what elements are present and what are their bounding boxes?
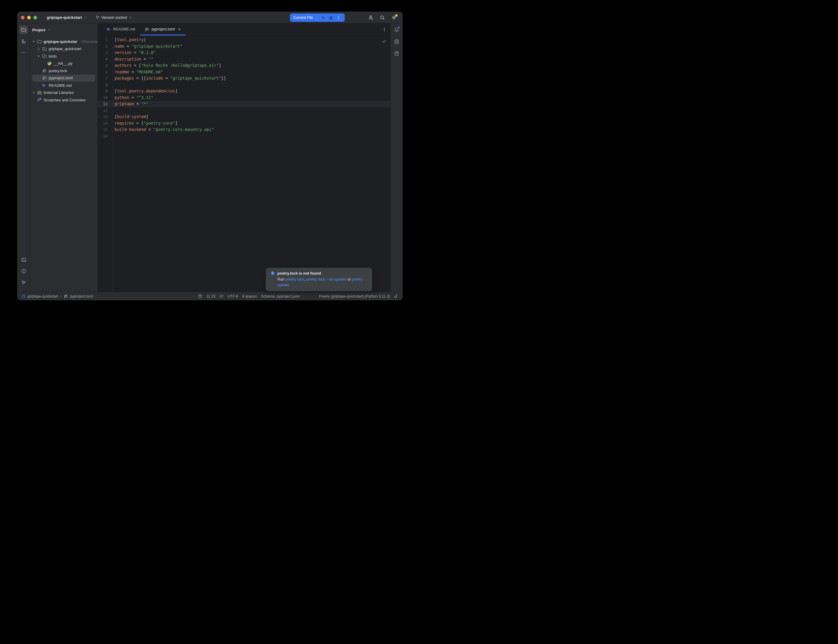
- code-token: [: [141, 121, 143, 125]
- tool-stripe-structure-button[interactable]: [20, 37, 28, 45]
- tree-row--init-py[interactable]: __init__.py: [30, 60, 97, 67]
- tree-item-path: ~/Docume: [80, 39, 97, 44]
- code-token: ]: [219, 63, 221, 68]
- tree-row-pyproject-toml[interactable]: [T]pyproject.toml: [32, 74, 95, 82]
- code-line-2[interactable]: name = "griptape-quickstart": [113, 43, 390, 50]
- notification-action-link[interactable]: poetry lock --no-update: [307, 277, 347, 281]
- tree-row-external-libraries[interactable]: External Libraries: [30, 89, 97, 97]
- chevron-down-icon[interactable]: [31, 39, 36, 44]
- tab-pyproject[interactable]: [T] pyproject.toml ✕: [140, 23, 186, 35]
- line-number[interactable]: 1: [98, 37, 113, 43]
- line-number[interactable]: 11: [98, 101, 113, 107]
- inspections-ok-check-icon[interactable]: [382, 39, 386, 44]
- breadcrumb-file[interactable]: pyproject.toml: [70, 294, 93, 299]
- line-number[interactable]: 15: [98, 127, 113, 133]
- line-number[interactable]: 4: [98, 56, 113, 62]
- code-token: =: [131, 63, 139, 68]
- vcs-widget-label: Version control: [101, 15, 127, 20]
- line-number[interactable]: 9: [98, 88, 113, 95]
- status-item-line-separator[interactable]: LF: [220, 294, 224, 299]
- ai-assistant-status-icon[interactable]: [198, 294, 202, 299]
- tool-stripe-database-button[interactable]: [393, 38, 401, 46]
- close-window-button[interactable]: [21, 16, 25, 20]
- code-line-14[interactable]: requires = ["poetry-core"]: [113, 120, 390, 127]
- status-item-indent[interactable]: 4 spaces: [242, 294, 257, 299]
- code-line-3[interactable]: version = "0.1.0": [113, 49, 390, 56]
- minimize-window-button[interactable]: [27, 16, 31, 20]
- line-number[interactable]: 2: [98, 43, 113, 50]
- tool-stripe-problems-button[interactable]: [20, 267, 28, 275]
- close-tab-icon[interactable]: ✕: [178, 28, 181, 31]
- tree-row-readme-md[interactable]: M↓README.md: [30, 82, 97, 89]
- line-number[interactable]: 12: [98, 107, 113, 114]
- line-number[interactable]: 13: [98, 113, 113, 120]
- line-number[interactable]: 5: [98, 62, 113, 69]
- tree-row-poetry-lock[interactable]: [T]poetry.lock: [30, 67, 97, 74]
- chevron-right-icon[interactable]: [31, 90, 36, 95]
- unlocked-icon[interactable]: [394, 294, 398, 299]
- editor-gutter[interactable]: 12345678910111213141516: [98, 36, 113, 292]
- notification-balloon: poetry.lock is not found Run poetry lock…: [266, 268, 372, 291]
- breadcrumb-project[interactable]: griptape-quickstart: [28, 294, 58, 299]
- code-token: =: [131, 50, 139, 55]
- tab-options-kebab-icon[interactable]: [382, 23, 387, 36]
- code-line-10[interactable]: python = "^3.11": [113, 95, 390, 101]
- search-everywhere-button[interactable]: [378, 13, 387, 22]
- chevron-down-icon[interactable]: [36, 54, 41, 58]
- code-line-6[interactable]: readme = "README.md": [113, 69, 390, 76]
- tree-item-label: griptape-quickstart: [44, 39, 77, 44]
- tree-row-griptape-quickstart[interactable]: griptape-quickstart~/Docume: [30, 38, 97, 45]
- line-number[interactable]: 8: [98, 82, 113, 88]
- code-line-9[interactable]: [tool.poetry.dependencies]: [113, 88, 390, 95]
- run-button[interactable]: [319, 14, 327, 21]
- tool-stripe-terminal-button[interactable]: [20, 256, 28, 264]
- chevron-right-icon[interactable]: [36, 46, 41, 51]
- tree-row-tests[interactable]: tests: [30, 53, 97, 60]
- tool-stripe-notifications-button[interactable]: [393, 26, 401, 34]
- tool-stripe-version-control-button[interactable]: [20, 278, 28, 286]
- code-line-7[interactable]: packages = [{include = "griptape_quickst…: [113, 75, 390, 82]
- vcs-widget[interactable]: Version control: [94, 14, 135, 21]
- run-configuration-selector[interactable]: Current File: [293, 15, 317, 20]
- line-number[interactable]: 3: [98, 49, 113, 56]
- notification-action-link[interactable]: poetry lock: [285, 277, 304, 281]
- code-line-13[interactable]: [build-system]: [113, 113, 390, 120]
- status-item-interpreter[interactable]: Poetry (griptape-quickstart) [Python 3.1…: [319, 294, 390, 299]
- line-number[interactable]: 6: [98, 69, 113, 76]
- status-item-schema[interactable]: Schema: pyproject.json: [261, 294, 300, 299]
- code-line-11[interactable]: griptape = "*": [113, 101, 390, 107]
- code-line-5[interactable]: authors = ["Kyle Roche <hello@griptape.a…: [113, 62, 390, 69]
- tool-stripe-ai-assistant-button[interactable]: [393, 49, 401, 58]
- line-number[interactable]: 14: [98, 120, 113, 127]
- code-editor[interactable]: 12345678910111213141516 [tool.poetry]nam…: [98, 36, 390, 292]
- line-number[interactable]: 16: [98, 133, 113, 140]
- tree-row-scratches-and-consoles[interactable]: Scratches and Consoles: [30, 96, 97, 104]
- project-panel-header[interactable]: Project: [30, 26, 97, 33]
- code-line-4[interactable]: description = "": [113, 56, 390, 62]
- line-number[interactable]: 7: [98, 75, 113, 82]
- zoom-window-button[interactable]: [33, 16, 37, 20]
- settings-button[interactable]: [389, 13, 399, 22]
- project-widget[interactable]: griptape-quickstart: [45, 14, 89, 21]
- tab-readme[interactable]: M↓ README.md: [102, 23, 140, 35]
- more-run-options-button[interactable]: [335, 14, 342, 21]
- code-area[interactable]: [tool.poetry]name = "griptape-quickstart…: [113, 36, 390, 292]
- code-line-1[interactable]: [tool.poetry]: [113, 37, 390, 43]
- code-line-12[interactable]: [113, 107, 390, 114]
- line-number[interactable]: 10: [98, 95, 113, 101]
- tool-stripe-more-tool-windows-button[interactable]: [20, 48, 28, 57]
- code-token: packages: [115, 76, 134, 80]
- tree-row-griptape-quickstart[interactable]: griptape_quickstart: [30, 45, 97, 53]
- tool-stripe-project-button[interactable]: [20, 26, 28, 34]
- code-line-16[interactable]: [113, 133, 390, 140]
- debug-button[interactable]: [327, 14, 335, 21]
- code-line-8[interactable]: [113, 82, 390, 88]
- status-item-cursor-position[interactable]: 11:15: [206, 294, 215, 299]
- chevron-down-icon: [128, 15, 133, 20]
- status-item-encoding[interactable]: UTF-8: [228, 294, 238, 299]
- add-user-button[interactable]: [366, 13, 375, 22]
- project-widget-label: griptape-quickstart: [47, 15, 82, 20]
- code-line-15[interactable]: build-backend = "poetry.core.masonry.api…: [113, 127, 390, 133]
- window-controls: [21, 16, 37, 20]
- notification-body: Run poetry lock, poetry lock --no-update…: [271, 277, 367, 288]
